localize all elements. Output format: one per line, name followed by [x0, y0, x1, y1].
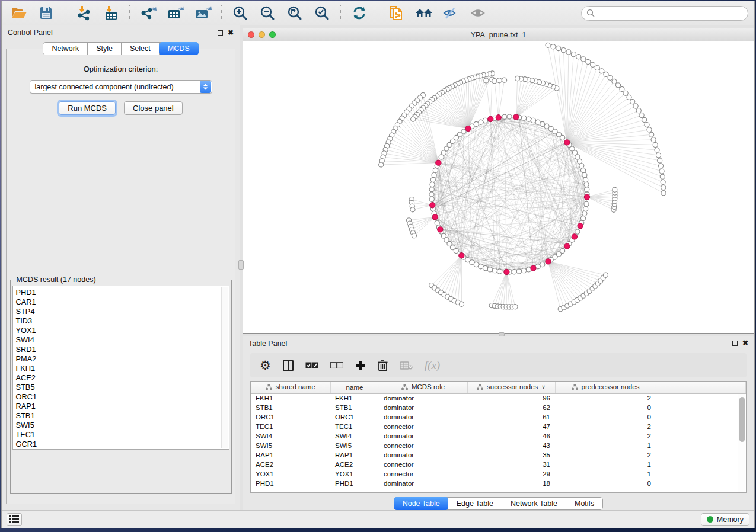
- network-node[interactable]: [649, 132, 654, 137]
- cell-name[interactable]: FKH1: [330, 393, 379, 403]
- delete-table-icon[interactable]: [400, 361, 413, 370]
- network-node[interactable]: [535, 120, 540, 124]
- cell-name[interactable]: ORC1: [330, 412, 379, 422]
- network-node[interactable]: [595, 65, 599, 70]
- network-node[interactable]: [430, 177, 435, 182]
- network-node[interactable]: [579, 164, 584, 168]
- tab-network-table[interactable]: Network Table: [502, 498, 566, 509]
- network-node[interactable]: [459, 302, 464, 306]
- zoom-fit-icon[interactable]: [283, 4, 306, 23]
- network-node[interactable]: [439, 155, 444, 159]
- network-node[interactable]: [651, 137, 656, 142]
- cell-shared_name[interactable]: PHD1: [251, 479, 330, 488]
- column-header-name[interactable]: name: [330, 382, 379, 393]
- table-row[interactable]: RAP1RAP1dominator352: [251, 450, 746, 460]
- network-node[interactable]: [492, 268, 497, 273]
- network-node[interactable]: [531, 118, 535, 123]
- network-node[interactable]: [492, 79, 497, 84]
- mcds-result-item[interactable]: SRD1: [16, 345, 229, 354]
- network-node[interactable]: [459, 253, 464, 258]
- network-node[interactable]: [591, 62, 595, 67]
- network-node[interactable]: [604, 72, 608, 76]
- network-node[interactable]: [656, 153, 661, 158]
- cell-shared_name[interactable]: SWI5: [251, 441, 330, 450]
- splitter-grip[interactable]: [499, 332, 505, 336]
- cell-predecessor_nodes[interactable]: 1: [555, 460, 656, 469]
- network-node[interactable]: [429, 197, 434, 201]
- network-node[interactable]: [571, 52, 576, 57]
- cell-mcds_role[interactable]: dominator: [379, 431, 467, 441]
- network-node[interactable]: [627, 95, 631, 100]
- network-node[interactable]: [603, 273, 608, 277]
- horizontal-splitter[interactable]: [243, 334, 754, 336]
- network-node[interactable]: [655, 148, 659, 152]
- cell-successor_nodes[interactable]: 46: [467, 431, 555, 441]
- cell-mcds_role[interactable]: connector: [379, 460, 467, 469]
- cell-mcds_role[interactable]: dominator: [379, 450, 467, 460]
- network-node[interactable]: [497, 269, 502, 274]
- cell-successor_nodes[interactable]: 96: [467, 393, 555, 403]
- network-node[interactable]: [540, 262, 545, 267]
- table-row[interactable]: ORC1ORC1dominator610: [251, 412, 746, 422]
- network-node[interactable]: [507, 114, 512, 119]
- network-node[interactable]: [432, 172, 436, 177]
- network-node[interactable]: [433, 168, 438, 172]
- mcds-result-item[interactable]: STP4: [16, 307, 229, 316]
- tab-node-table[interactable]: Node Table: [394, 497, 449, 510]
- network-node[interactable]: [483, 118, 487, 123]
- select-all-checkboxes-icon[interactable]: [305, 362, 318, 368]
- cell-shared_name[interactable]: ORC1: [251, 412, 330, 422]
- cell-name[interactable]: TEC1: [330, 422, 379, 431]
- cell-predecessor_nodes[interactable]: 2: [555, 431, 656, 441]
- refresh-icon[interactable]: [348, 4, 371, 23]
- network-node[interactable]: [502, 114, 507, 119]
- tab-motifs[interactable]: Motifs: [566, 498, 602, 509]
- network-node[interactable]: [620, 86, 624, 91]
- memory-button[interactable]: Memory: [701, 513, 749, 526]
- scrollbar-thumb[interactable]: [739, 397, 745, 442]
- network-node[interactable]: [599, 69, 604, 73]
- float-panel-icon[interactable]: [218, 30, 223, 36]
- network-node[interactable]: [479, 120, 483, 124]
- network-node[interactable]: [658, 164, 663, 168]
- cell-mcds_role[interactable]: connector: [379, 422, 467, 431]
- table-row[interactable]: FKH1FKH1dominator962: [251, 393, 746, 403]
- network-node[interactable]: [613, 187, 617, 192]
- network-node[interactable]: [560, 248, 565, 253]
- network-node[interactable]: [615, 83, 620, 88]
- network-node[interactable]: [575, 229, 580, 234]
- cell-name[interactable]: SWI5: [330, 441, 379, 450]
- cell-mcds_role[interactable]: connector: [379, 441, 467, 450]
- network-node[interactable]: [561, 47, 566, 52]
- cell-shared_name[interactable]: SWI4: [251, 431, 330, 441]
- table-row[interactable]: SWI5SWI5connector431: [251, 441, 746, 450]
- network-node[interactable]: [556, 46, 561, 50]
- gear-icon[interactable]: ⚙: [260, 360, 271, 371]
- network-node[interactable]: [582, 172, 587, 177]
- table-row[interactable]: PHD1PHD1dominator180: [251, 479, 746, 488]
- tab-edge-table[interactable]: Edge Table: [448, 498, 502, 509]
- function-builder-icon[interactable]: f(x): [425, 359, 440, 372]
- tab-style[interactable]: Style: [88, 43, 122, 55]
- network-node[interactable]: [608, 75, 613, 80]
- network-node[interactable]: [551, 44, 556, 49]
- network-node[interactable]: [633, 104, 638, 108]
- zoom-out-icon[interactable]: [256, 4, 279, 23]
- cell-name[interactable]: RAP1: [330, 450, 379, 460]
- cell-mcds_role[interactable]: dominator: [379, 479, 467, 488]
- mcds-result-item[interactable]: PHD1: [16, 288, 229, 297]
- network-node[interactable]: [438, 227, 443, 232]
- mcds-result-item[interactable]: RAP1: [16, 402, 229, 411]
- network-node[interactable]: [502, 78, 506, 82]
- table-row[interactable]: YOX1YOX1connector291: [251, 469, 746, 479]
- close-panel-icon[interactable]: ✖: [228, 30, 234, 36]
- export-image-icon[interactable]: [192, 4, 214, 23]
- open-session-icon[interactable]: [8, 4, 30, 23]
- network-node[interactable]: [661, 180, 665, 184]
- table-scrollbar[interactable]: [738, 394, 745, 492]
- network-node[interactable]: [642, 117, 647, 122]
- network-node[interactable]: [504, 269, 509, 274]
- close-panel-icon[interactable]: ✖: [742, 341, 748, 346]
- first-neighbors-icon[interactable]: [413, 4, 435, 23]
- splitter-grip[interactable]: [238, 260, 244, 270]
